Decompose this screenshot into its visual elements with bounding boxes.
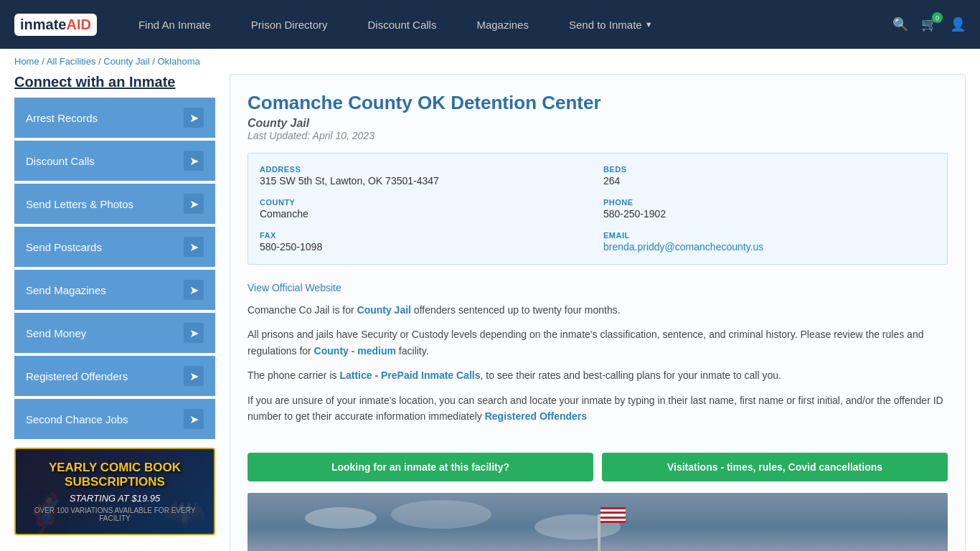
fax-value: 580-250-1098 [260,241,592,253]
sidebar-item-send-magazines[interactable]: Send Magazines ➤ [14,270,215,310]
arrow-icon: ➤ [184,280,204,300]
main-container: Connect with an Inmate Arrest Records ➤ … [0,74,980,551]
desc-paragraph-2: All prisons and jails have Security or C… [248,326,948,359]
arrow-icon: ➤ [184,194,204,214]
cart-badge: 0 [932,12,943,23]
arrow-icon: ➤ [184,151,204,171]
user-icon[interactable]: 👤 [950,17,966,32]
nav-prison-directory[interactable]: Prison Directory [231,0,348,49]
breadcrumb-home[interactable]: Home [14,56,39,67]
beds-block: BEDS 264 [603,165,936,187]
email-block: EMAIL brenda.priddy@comanchecounty.us [603,231,936,253]
county-value: Comanche [260,208,592,220]
cart-icon[interactable]: 🛒 0 [921,17,937,32]
lattice-link[interactable]: Lattice - PrePaid Inmate Calls [339,369,480,381]
arrow-icon: ➤ [184,108,204,128]
county-label: COUNTY [260,198,592,207]
arrow-icon: ➤ [184,237,204,257]
email-link[interactable]: brenda.priddy@comanchecounty.us [603,241,763,253]
nav-magazines[interactable]: Magazines [456,0,549,49]
facility-description: Comanche Co Jail is for County Jail offe… [248,293,948,441]
phone-value: 580-250-1902 [603,208,936,220]
sidebar-item-send-postcards[interactable]: Send Postcards ➤ [14,227,215,267]
breadcrumb-all-facilities[interactable]: All Facilities [47,56,96,67]
sidebar-item-second-chance-jobs[interactable]: Second Chance Jobs ➤ [14,399,215,439]
facility-type: County Jail [248,117,948,130]
fax-block: FAX 580-250-1098 [260,231,592,253]
address-label: ADDRESS [260,165,592,174]
sidebar-ad[interactable]: 🦸 🦇 YEARLY COMIC BOOK SUBSCRIPTIONS STAR… [14,448,215,535]
fax-label: FAX [260,231,592,240]
breadcrumb-oklahoma[interactable]: Oklahoma [157,56,199,67]
sidebar: Connect with an Inmate Arrest Records ➤ … [14,74,215,551]
facility-card: Comanche County OK Detention Center Coun… [230,74,966,551]
sidebar-item-arrest-records[interactable]: Arrest Records ➤ [14,98,215,138]
visitations-button[interactable]: Visitations - times, rules, Covid cancel… [602,453,948,481]
nav-discount-calls[interactable]: Discount Calls [348,0,457,49]
ad-subtitle: STARTING AT $19.95 [70,493,161,504]
beds-label: BEDS [603,165,936,174]
beds-value: 264 [603,175,936,187]
nav-find-inmate[interactable]: Find An Inmate [118,0,231,49]
registered-offenders-link[interactable]: Registered Offenders [485,410,587,422]
email-label: EMAIL [603,231,936,240]
breadcrumb-county-jail[interactable]: County Jail [103,56,149,67]
desc-paragraph-4: If you are unsure of your inmate's locat… [248,392,948,425]
arrow-icon: ➤ [184,366,204,386]
view-website-link[interactable]: View Official Website [248,282,341,293]
logo-text: inmateAID [20,17,91,33]
sidebar-item-registered-offenders[interactable]: Registered Offenders ➤ [14,356,215,396]
facility-last-updated: Last Updated: April 10, 2023 [248,130,948,141]
sidebar-title: Connect with an Inmate [14,74,215,90]
nav-links: Find An Inmate Prison Directory Discount… [118,0,892,49]
phone-label: PHONE [603,198,936,207]
email-value: brenda.priddy@comanchecounty.us [603,241,936,253]
arrow-icon: ➤ [184,323,204,343]
nav-send-to-inmate[interactable]: Send to Inmate ▼ [549,0,673,49]
breadcrumb: Home / All Facilities / County Jail / Ok… [0,49,980,74]
county-jail-link[interactable]: County Jail [357,304,411,316]
facility-photo [248,493,948,551]
county-block: COUNTY Comanche [260,198,592,220]
sidebar-item-send-money[interactable]: Send Money ➤ [14,313,215,353]
dropdown-arrow-icon: ▼ [645,20,653,29]
ad-title: YEARLY COMIC BOOK SUBSCRIPTIONS [27,461,202,490]
search-icon[interactable]: 🔍 [892,17,908,32]
facility-name: Comanche County OK Detention Center [248,92,948,114]
desc-paragraph-3: The phone carrier is Lattice - PrePaid I… [248,367,948,383]
county-medium-link[interactable]: County - medium [314,345,396,357]
sidebar-item-discount-calls[interactable]: Discount Calls ➤ [14,141,215,181]
facility-content: Comanche County OK Detention Center Coun… [230,74,966,551]
action-buttons: Looking for an inmate at this facility? … [248,453,948,481]
arrow-icon: ➤ [184,409,204,429]
main-nav: inmateAID Find An Inmate Prison Director… [0,0,980,49]
address-block: ADDRESS 315 SW 5th St, Lawton, OK 73501-… [260,165,592,187]
nav-icon-group: 🔍 🛒 0 👤 [892,17,966,32]
logo[interactable]: inmateAID [14,14,97,36]
looking-for-inmate-button[interactable]: Looking for an inmate at this facility? [248,453,593,481]
phone-block: PHONE 580-250-1902 [603,198,936,220]
facility-info-grid: ADDRESS 315 SW 5th St, Lawton, OK 73501-… [248,153,948,265]
address-value: 315 SW 5th St, Lawton, OK 73501-4347 [260,175,592,187]
desc-paragraph-1: Comanche Co Jail is for County Jail offe… [248,302,948,318]
sidebar-item-send-letters[interactable]: Send Letters & Photos ➤ [14,184,215,224]
